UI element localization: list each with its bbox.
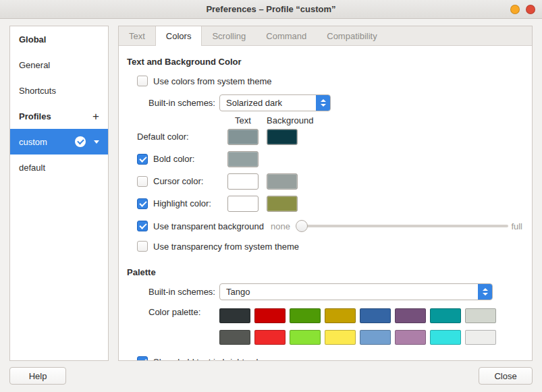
minimize-button[interactable]: [510, 5, 520, 14]
profile-menu-caret-icon[interactable]: [94, 140, 99, 144]
palette-row-2: [219, 330, 496, 345]
cursor-color-checkbox[interactable]: [137, 176, 148, 187]
transparency-slider-handle[interactable]: [296, 220, 308, 232]
palette-builtin-schemes-value: Tango: [220, 287, 478, 297]
sidebar-item-general[interactable]: General: [10, 52, 108, 78]
tab-text-label: Text: [129, 31, 145, 41]
tab-command[interactable]: Command: [256, 26, 317, 45]
palette-builtin-schemes-label: Built-in schemes:: [148, 287, 215, 297]
default-color-row: Default color:: [137, 125, 522, 148]
transparent-background-checkbox[interactable]: [137, 221, 148, 231]
color-column-headers: Text Background: [227, 115, 522, 125]
transparency-slider[interactable]: [297, 225, 508, 227]
sidebar-item-shortcuts[interactable]: Shortcuts: [10, 78, 108, 103]
palette-swatch[interactable]: [254, 330, 286, 345]
use-system-colors-row: Use colors from system theme: [137, 71, 522, 91]
system-transparency-row: Use transparency from system theme: [137, 236, 522, 256]
use-system-colors-checkbox[interactable]: [137, 76, 148, 86]
cursor-color-row: Cursor color:: [137, 170, 522, 192]
palette-swatch[interactable]: [219, 330, 250, 345]
cursor-background-color-swatch[interactable]: [267, 173, 298, 190]
tab-scrolling-label: Scrolling: [212, 31, 246, 41]
highlight-color-row: Highlight color:: [137, 192, 522, 215]
combo-arrows-icon: [478, 284, 492, 300]
palette-swatch[interactable]: [360, 330, 391, 345]
tab-colors-label: Colors: [166, 31, 192, 41]
system-transparency-checkbox[interactable]: [137, 241, 148, 252]
highlight-text-color-swatch[interactable]: [227, 196, 259, 212]
palette-swatch[interactable]: [465, 308, 496, 323]
transparent-background-row: Use transparent background none full: [137, 216, 522, 236]
use-system-colors-label: Use colors from system theme: [153, 76, 272, 86]
transparency-slider-area: none full: [271, 221, 522, 231]
tab-scrolling[interactable]: Scrolling: [202, 26, 256, 45]
builtin-schemes-label: Built-in schemes:: [148, 98, 215, 108]
sidebar-header-global: Global: [10, 26, 108, 52]
color-palette-row: Color palette:: [148, 304, 522, 350]
tab-compatibility-label: Compatibility: [327, 31, 377, 41]
palette-swatch[interactable]: [465, 330, 496, 345]
show-bold-checkbox[interactable]: [137, 356, 148, 360]
tab-colors[interactable]: Colors: [155, 26, 202, 46]
default-text-color-swatch[interactable]: [227, 129, 259, 145]
titlebar: Preferences – Profile “custom”: [0, 0, 542, 19]
global-header-label: Global: [19, 34, 46, 45]
palette-swatch[interactable]: [430, 330, 461, 345]
tab-command-label: Command: [266, 31, 306, 41]
window-buttons: [510, 5, 535, 14]
default-background-color-swatch[interactable]: [267, 129, 298, 145]
bold-text-color-swatch[interactable]: [227, 151, 259, 167]
palette-swatch[interactable]: [254, 308, 286, 323]
color-palette-grid: [219, 308, 496, 345]
builtin-schemes-select[interactable]: Solarized dark: [219, 94, 331, 111]
close-button[interactable]: Close: [479, 367, 533, 385]
default-color-label: Default color:: [137, 132, 189, 142]
builtin-schemes-row: Built-in schemes: Solarized dark: [148, 92, 522, 113]
profiles-header-label: Profiles: [19, 111, 51, 121]
bold-color-row: Bold color:: [137, 148, 522, 170]
tab-compatibility[interactable]: Compatibility: [317, 26, 387, 45]
palette-builtin-schemes-select[interactable]: Tango: [219, 283, 493, 300]
palette-builtin-schemes-row: Built-in schemes: Tango: [148, 281, 522, 302]
tab-bar: Text Colors Scrolling Command Compatibil…: [119, 26, 532, 46]
palette-swatch[interactable]: [395, 330, 426, 345]
system-transparency-label: Use transparency from system theme: [153, 242, 299, 252]
help-button[interactable]: Help: [9, 367, 66, 385]
main-panel: Text Colors Scrolling Command Compatibil…: [118, 26, 533, 361]
palette-row-1: [219, 308, 496, 323]
column-header-background: Background: [267, 115, 313, 125]
highlight-color-label: Highlight color:: [153, 198, 211, 208]
section-title-text-and-background: Text and Background Color: [127, 57, 522, 67]
cursor-text-color-swatch[interactable]: [227, 173, 259, 190]
profile-custom-label: custom: [19, 137, 47, 147]
palette-swatch[interactable]: [219, 308, 250, 323]
sidebar-item-profile-default[interactable]: default: [10, 155, 108, 180]
palette-swatch[interactable]: [290, 330, 321, 345]
close-window-button[interactable]: [526, 5, 535, 14]
sidebar-item-profile-custom[interactable]: custom: [10, 129, 108, 155]
builtin-schemes-value: Solarized dark: [220, 98, 316, 108]
palette-swatch[interactable]: [325, 308, 356, 323]
highlight-background-color-swatch[interactable]: [267, 196, 298, 212]
slider-max-label: full: [511, 221, 522, 231]
section-title-palette: Palette: [127, 267, 522, 277]
transparent-background-label: Use transparent background: [153, 221, 264, 231]
palette-swatch[interactable]: [395, 308, 426, 323]
active-profile-check-icon: [75, 136, 86, 147]
profile-default-label: default: [19, 163, 45, 173]
add-profile-button[interactable]: +: [92, 111, 99, 122]
palette-swatch[interactable]: [360, 308, 391, 323]
colors-tab-content: Text and Background Color Use colors fro…: [119, 46, 532, 360]
palette-swatch[interactable]: [290, 308, 321, 323]
palette-swatch[interactable]: [430, 308, 461, 323]
bold-color-label: Bold color:: [153, 154, 194, 164]
shortcuts-label: Shortcuts: [19, 86, 56, 96]
palette-swatch[interactable]: [325, 330, 356, 345]
bold-color-checkbox[interactable]: [137, 154, 148, 165]
combo-arrows-icon: [316, 95, 330, 111]
show-bold-row: Show bold text in bright colors: [137, 352, 522, 360]
highlight-color-checkbox[interactable]: [137, 198, 148, 209]
tab-text[interactable]: Text: [119, 26, 155, 45]
sidebar: Global General Shortcuts Profiles + cust…: [9, 26, 109, 361]
color-palette-label: Color palette:: [148, 307, 200, 317]
